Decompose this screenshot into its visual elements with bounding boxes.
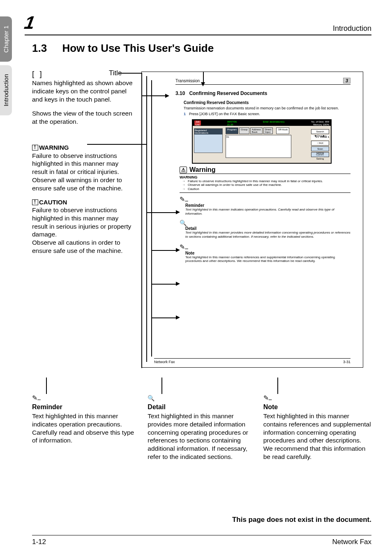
warning-triangle-icon: ⚠ (180, 167, 187, 173)
tab-program[interactable]: Program (226, 127, 238, 134)
connector-line (161, 378, 162, 394)
off-hook-button[interactable]: Off-Hook (276, 127, 289, 134)
page-number: 1-12 (32, 538, 46, 546)
sample-note-text: Text highlighted in this manner contains… (185, 255, 350, 263)
warning-heading: WARNING (32, 144, 133, 151)
side-tab-section: Introduction (0, 65, 12, 115)
sample-warning-sub: WARNING (180, 175, 350, 179)
sample-foot-right: 3-31 (343, 360, 350, 364)
sample-reminder-head: Reminder (185, 203, 350, 208)
caution-body: Failure to observe instructions highligh… (32, 206, 133, 255)
sample-section-heading: 3.10 Confirming Reserved Documents (175, 90, 350, 96)
reminder-text: Text highlighted in this manner indicate… (32, 412, 140, 445)
left-column: [ ] Names highlighted as shown above ind… (32, 69, 133, 261)
sample-page: Transmission 3 3.10 Confirming Reserved … (141, 72, 363, 368)
sample-page-title: Transmission (175, 79, 200, 83)
sample-reminder-text: Text highlighted in this manner indicate… (185, 208, 350, 215)
sample-page-chapnum: 3 (343, 78, 350, 83)
names-explanation: Names highlighted as shown above indicat… (32, 79, 133, 103)
sample-warning-block: ⚠Warning WARNING →Failure to observe ins… (180, 166, 350, 263)
section-text: How to Use This User's Guide (62, 42, 214, 54)
detail-head: Detail (148, 403, 256, 411)
scan-setting-button[interactable]: Scan Setting (311, 146, 329, 151)
side-tabs: Chapter 1 Introduction (0, 16, 15, 118)
sample-page-footer: Network Fax 3-31 (154, 358, 350, 364)
page-header: 1 Introduction (25, 12, 371, 35)
shows-explanation: Shows the view of the touch screen at th… (32, 109, 133, 126)
screen-prompt: Enter destination(s). (263, 120, 285, 125)
hand-icon: ... (180, 243, 350, 251)
warning-triangle-icon (32, 145, 38, 151)
section-number: 1.3 (32, 42, 47, 54)
detail-column: Detail Text highlighted in this manner p… (148, 394, 256, 461)
connector-line (119, 73, 141, 74)
tab-direct-input[interactable]: Direct Input (263, 127, 273, 134)
detail-text: Text highlighted in this manner provides… (148, 412, 256, 461)
reminder-column: ... Reminder Text highlighted in this ma… (32, 394, 140, 461)
sample-step: 1Press [JOB LIST] on the FAX Basic scree… (184, 112, 350, 116)
hand-icon: ... (263, 394, 272, 401)
sample-warning-line1: Failure to observe instructions highligh… (188, 179, 323, 183)
caution-triangle-icon (32, 199, 38, 205)
sample-warning-line3: Caution (188, 187, 199, 191)
connector-line (46, 378, 47, 394)
tab-group[interactable]: Group (239, 127, 249, 134)
page-footer: 1-12 Network Fax (32, 535, 371, 546)
section-title: 1.3 How to Use This User's Guide (32, 42, 214, 55)
bottom-explanations: ... Reminder Text highlighted in this ma… (32, 394, 371, 461)
closing-note: This page does not exist in the document… (232, 516, 371, 524)
sample-detail-head: Detail (185, 226, 350, 231)
screen-tabs: Program Group Address Book Direct Input … (226, 127, 289, 134)
chapter-number: 1 (23, 12, 37, 33)
side-tab-chapter: Chapter 1 (0, 16, 12, 62)
screen-entry-area[interactable]: 01 (226, 135, 291, 158)
reminder-head: Reminder (32, 403, 140, 411)
connector-line (87, 144, 147, 145)
sample-foot-left: Network Fax (154, 360, 175, 364)
tab-address-book[interactable]: Address Book (250, 127, 263, 134)
sample-note-head: Note (185, 251, 350, 255)
comm-setting-button[interactable]: Comm. Setting (311, 152, 329, 157)
sample-warning-line2: Observe all warnings in order to ensure … (188, 183, 282, 187)
note-column: ... Note Text highlighted in this manner… (263, 394, 371, 461)
footer-right: Network Fax (332, 538, 371, 546)
magnifier-icon (180, 220, 350, 226)
fax-button[interactable]: ↑ FAX (311, 141, 329, 146)
sample-page-header: Transmission 3 (175, 78, 350, 85)
header-intro: Introduction (333, 24, 371, 33)
registered-dest-panel: Registered Destinations (194, 128, 223, 153)
brackets-sample: [ ] (32, 70, 44, 78)
touch-screen-sample: Job List 08/07/06 21:25 Enter destinatio… (192, 119, 332, 164)
hand-icon: ... (180, 195, 350, 203)
note-head: Note (263, 403, 371, 411)
sample-detail-text: Text highlighted in this manner provides… (185, 231, 350, 239)
screen-datetime: 08/07/06 21:25 (227, 120, 237, 125)
sample-subheading: Confirming Reserved Documents (184, 100, 350, 105)
connector-line (277, 378, 278, 394)
search-dest-button[interactable]: Search <▶Dest.▶> (311, 129, 329, 134)
hand-icon: ... (32, 394, 40, 401)
magnifier-icon (148, 394, 154, 401)
warning-body: Failure to observe instructions highligh… (32, 152, 133, 192)
caution-heading: CAUTION (32, 198, 133, 206)
job-list-button[interactable]: Job List (194, 120, 201, 125)
note-text: Text highlighted in this manner contains… (263, 412, 371, 461)
sample-paragraph: Transmission reservation documents store… (184, 106, 350, 111)
